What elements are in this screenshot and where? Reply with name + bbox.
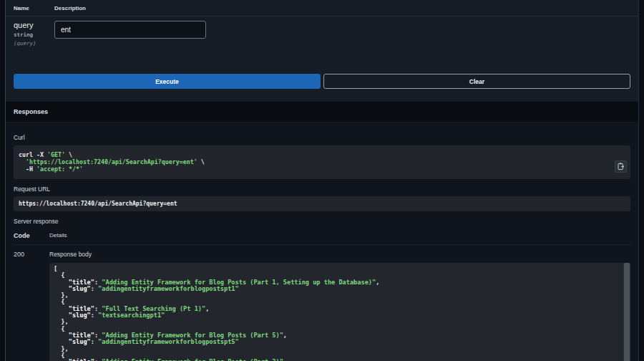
parameter-location: (query) [14, 40, 54, 47]
response-body-block: [ { "title": "Adding Entity Framework fo… [49, 263, 630, 361]
execute-button[interactable]: Execute [14, 74, 321, 89]
responses-title: Responses [14, 108, 48, 115]
parameters-description-header: Description [54, 5, 630, 11]
parameters-header-row: Name Description [6, 0, 638, 16]
responses-section-header: Responses [6, 101, 638, 122]
clear-button[interactable]: Clear [323, 74, 630, 89]
response-row: 200 Response body [ { "title": "Adding E… [14, 251, 630, 361]
parameter-type: string [14, 32, 54, 38]
response-details-cell: Response body [ { "title": "Adding Entit… [49, 251, 630, 361]
status-code: 200 [14, 251, 49, 361]
query-parameter-input[interactable] [54, 21, 206, 39]
parameter-meta: query string (query) [14, 21, 54, 47]
parameters-name-header: Name [14, 5, 54, 11]
operation-block: Name Description query string (query) Ex… [5, 0, 639, 361]
response-table-header: Code Details [14, 232, 630, 245]
execute-row: Execute Clear [14, 74, 630, 89]
parameter-value-cell [54, 21, 630, 47]
responses-section: Curl curl -X 'GET' \ 'https://localhost:… [6, 122, 638, 361]
clipboard-icon [617, 163, 625, 170]
response-body-json: [ { "title": "Adding Entity Framework fo… [49, 263, 630, 361]
code-column-header: Code [14, 232, 49, 239]
server-response-label: Server response [14, 218, 630, 225]
response-body-scrollbar[interactable] [623, 263, 630, 361]
details-column-header: Details [49, 232, 630, 239]
request-url-label: Request URL [14, 186, 630, 193]
scrollbar-thumb[interactable] [624, 263, 630, 361]
request-url-block: https://localhost:7240/api/SearchApi?que… [14, 196, 630, 211]
curl-command: curl -X 'GET' \ 'https://localhost:7240/… [14, 145, 630, 179]
copy-to-clipboard-button[interactable] [615, 160, 627, 173]
parameter-name: query [14, 21, 54, 29]
curl-label: Curl [14, 134, 630, 141]
request-url-value: https://localhost:7240/api/SearchApi?que… [19, 201, 177, 207]
parameter-row: query string (query) [6, 16, 638, 47]
curl-code-block: curl -X 'GET' \ 'https://localhost:7240/… [14, 145, 630, 179]
response-body-label: Response body [49, 251, 630, 258]
